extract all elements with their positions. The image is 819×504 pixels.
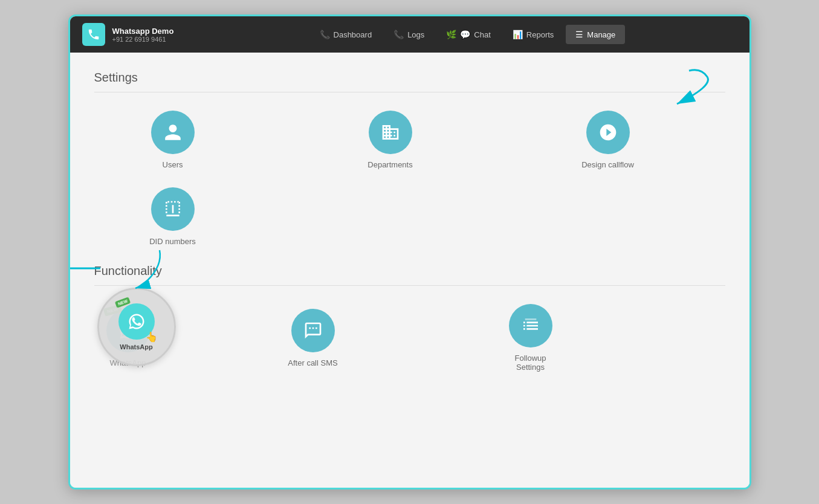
- callflow-label: Design callflow: [581, 160, 634, 169]
- manage-icon: ☰: [575, 30, 583, 39]
- functionality-grid: NEW WhatsApp: [94, 304, 725, 372]
- main-content: Settings Users: [70, 53, 749, 488]
- arrow-annotation-left: [68, 259, 103, 280]
- navbar: Whatsapp Demo +91 22 6919 9461 📞 Dashboa…: [70, 16, 749, 53]
- departments-icon: [381, 123, 400, 142]
- zoom-arrow: [123, 247, 166, 292]
- whatsapp-zoom-icon: NEW 👆: [118, 303, 155, 340]
- did-icon-circle: [151, 187, 195, 231]
- settings-item-callflow[interactable]: Design callflow: [578, 111, 638, 169]
- reports-icon: 📊: [513, 30, 523, 39]
- callflow-icon-circle: [586, 111, 630, 154]
- nav-manage[interactable]: ☰ Manage: [566, 25, 625, 44]
- settings-item-did[interactable]: DID numbers: [143, 187, 203, 246]
- nav-chat-label: Chat: [474, 30, 490, 39]
- nav-reports-label: Reports: [526, 30, 554, 39]
- nav-manage-label: Manage: [587, 30, 615, 39]
- whatsapp-zoom-label: WhatsApp: [120, 343, 152, 351]
- users-icon: [163, 123, 183, 142]
- settings-grid: Users Departments: [94, 111, 725, 169]
- functionality-divider: [94, 285, 725, 286]
- departments-label: Departments: [367, 160, 412, 169]
- settings-item-departments[interactable]: Departments: [360, 111, 421, 169]
- nav-dashboard[interactable]: 📞 Dashboard: [310, 25, 382, 44]
- whatsapp-zoom-icon-svg: [128, 312, 146, 331]
- brand-name: Whatsapp Demo: [112, 27, 174, 36]
- settings-grid-row2: DID numbers: [94, 187, 725, 246]
- brand-phone: +91 22 6919 9461: [112, 36, 174, 43]
- followup-label: Followup Settings: [500, 354, 561, 372]
- arrow-annotation-top: [641, 65, 701, 107]
- settings-title: Settings: [94, 71, 725, 85]
- settings-divider: [94, 92, 725, 92]
- phone-icon: [87, 28, 100, 41]
- callflow-icon: [598, 123, 618, 142]
- brand: Whatsapp Demo +91 22 6919 9461: [82, 23, 174, 46]
- functionality-section: Functionality NEW Wha: [94, 264, 725, 372]
- functionality-item-followup[interactable]: Followup Settings: [500, 304, 561, 372]
- sms-icon-circle: [291, 309, 335, 352]
- followup-icon: [521, 316, 540, 335]
- app-container: Whatsapp Demo +91 22 6919 9461 📞 Dashboa…: [68, 15, 751, 489]
- whatsapp-grid-item[interactable]: NEW WhatsApp: [106, 309, 150, 367]
- new-badge-zoom: NEW: [114, 297, 131, 308]
- settings-section: Settings Users: [94, 71, 725, 246]
- brand-logo: [82, 23, 105, 46]
- whatsapp-zoom-overlay: NEW 👆 WhatsApp: [97, 288, 176, 366]
- nav-logs[interactable]: 📞 Logs: [384, 25, 434, 44]
- sms-icon: [303, 321, 323, 340]
- followup-icon-circle: [509, 304, 552, 347]
- cursor-icon: 👆: [146, 331, 158, 343]
- did-label: DID numbers: [149, 237, 196, 246]
- departments-icon-circle: [369, 111, 412, 154]
- users-label: Users: [163, 160, 183, 169]
- brand-text: Whatsapp Demo +91 22 6919 9461: [112, 27, 174, 43]
- nav-links: 📞 Dashboard 📞 Logs 🌿 💬 Chat 📊 Reports ☰ …: [198, 25, 737, 44]
- nav-reports[interactable]: 📊 Reports: [503, 25, 564, 44]
- nav-chat[interactable]: 🌿 💬 Chat: [436, 25, 500, 44]
- dashboard-icon: 📞: [320, 30, 330, 39]
- functionality-item-sms[interactable]: After call SMS: [283, 309, 343, 367]
- nav-logs-label: Logs: [407, 30, 424, 39]
- logs-icon: 📞: [393, 30, 404, 39]
- did-icon: [163, 199, 183, 219]
- settings-item-users[interactable]: Users: [143, 111, 203, 169]
- nav-dashboard-label: Dashboard: [334, 30, 372, 39]
- users-icon-circle: [151, 111, 195, 154]
- chat-icon: 🌿: [446, 30, 456, 39]
- sms-label: After call SMS: [288, 358, 337, 367]
- chat-bubble-icon: 💬: [460, 30, 470, 39]
